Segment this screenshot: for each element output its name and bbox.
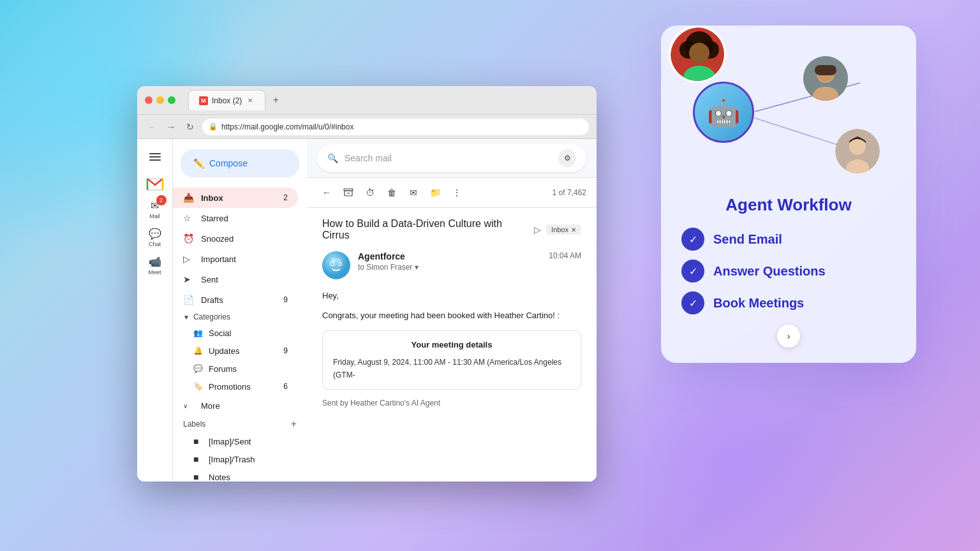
check-icon-book-meetings: ✓ (681, 291, 704, 314)
label-imap-trash-text: [Imap]/Trash (209, 455, 255, 464)
avatar-person-2 (835, 129, 880, 173)
workflow-item-send-email: ✓ Send Email (681, 228, 896, 251)
sidebar-item-drafts[interactable]: 📄 Drafts 9 (173, 290, 298, 310)
email-subject: How to Build a Data-Driven Culture with … (322, 218, 529, 241)
search-box[interactable]: 🔍 Search mail ⚙ (317, 144, 586, 172)
email-content: How to Build a Data-Driven Culture with … (307, 208, 597, 481)
meeting-time: Friday, August 9, 2024, 11:00 AM - 11:30… (333, 356, 570, 381)
workflow-label-book-meetings: Book Meetings (713, 296, 804, 311)
email-toolbar: ← ⏱ 🗑 ✉ 📁 ⋮ 1 of 7,462 (307, 178, 597, 208)
sidebar-item-inbox[interactable]: 📥 Inbox 2 (173, 187, 298, 208)
delete-button[interactable]: 🗑 (382, 183, 401, 202)
agent-workflow-title: Agent Workflow (681, 195, 896, 215)
label-imap-sent-text: [Imap]/Sent (209, 437, 251, 446)
sidebar-icon-mail[interactable]: ✉ 2 Mail (142, 196, 168, 222)
drafts-count: 9 (283, 295, 288, 304)
archive-icon (343, 187, 353, 198)
label-icon-1: ■ (193, 436, 204, 446)
mark-button[interactable]: ✉ (404, 183, 423, 202)
search-icon: 🔍 (327, 153, 338, 163)
inbox-count: 2 (283, 193, 288, 202)
inbox-badge: Inbox ✕ (546, 224, 581, 235)
mail-icon-label: Mail (149, 213, 160, 219)
tab-close-button[interactable]: ✕ (246, 96, 255, 105)
close-dot[interactable] (145, 96, 152, 104)
sidebar-item-promotions[interactable]: 🏷️ Promotions 6 (173, 378, 298, 395)
starred-icon: ☆ (183, 213, 195, 223)
sidebar-updates-label: Updates (209, 346, 278, 356)
promotions-count: 6 (283, 382, 288, 391)
more-button[interactable]: ⋮ (447, 183, 466, 202)
sidebar-social-label: Social (209, 328, 231, 338)
meeting-details-title: Your meeting details (333, 339, 570, 352)
email-subject-row: How to Build a Data-Driven Culture with … (322, 218, 581, 241)
back-to-list-button[interactable]: ← (317, 183, 336, 202)
minimize-dot[interactable] (156, 96, 164, 104)
updates-icon: 🔔 (193, 346, 204, 355)
label-icon-3: ■ (193, 472, 204, 481)
important-icon: ▷ (183, 254, 195, 264)
sidebar-item-social[interactable]: 👥 Social (173, 324, 298, 342)
new-tab-button[interactable]: + (268, 92, 283, 108)
chevron-right-icon: › (787, 331, 791, 341)
workflow-label-answer-questions: Answer Questions (713, 264, 826, 279)
meet-icon: 📹 (149, 256, 161, 268)
card-next-button[interactable]: › (777, 325, 800, 348)
archive-button[interactable] (339, 183, 358, 202)
label-imap-sent[interactable]: ■ [Imap]/Sent (173, 432, 298, 450)
svg-point-7 (339, 263, 341, 265)
snoozed-icon: ⏰ (183, 233, 195, 244)
chat-icon: 💬 (149, 228, 161, 240)
more-categories-icon: ∨ (183, 402, 195, 409)
gmail-content: 🔍 Search mail ⚙ ← ⏱ 🗑 ✉ 📁 (307, 139, 597, 481)
sidebar-item-snoozed[interactable]: ⏰ Snoozed (173, 228, 298, 249)
compose-button[interactable]: ✏️ Compose (181, 149, 299, 177)
workflow-items: ✓ Send Email ✓ Answer Questions ✓ Book M… (681, 228, 896, 314)
gmail-layout: ✉ 2 Mail 💬 Chat 📹 Meet ✏️ Compose 📥 Inbo… (137, 139, 597, 481)
forward-button[interactable]: → (164, 120, 178, 134)
workflow-item-book-meetings: ✓ Book Meetings (681, 291, 896, 314)
add-label-button[interactable]: + (291, 418, 297, 430)
sidebar-icon-meet[interactable]: 📹 Meet (142, 253, 168, 278)
label-notes[interactable]: ■ Notes (173, 468, 298, 481)
sidebar-item-more-categories[interactable]: ∨ More (173, 395, 298, 416)
email-time: 10:04 AM (549, 251, 581, 260)
agent-network-diagram: 🤖 (681, 45, 896, 185)
importance-icon: ▷ (534, 224, 541, 235)
check-icon-send-email: ✓ (681, 228, 704, 251)
meeting-details-box: Your meeting details Friday, August 9, 2… (322, 330, 581, 390)
sidebar-item-updates[interactable]: 🔔 Updates 9 (173, 342, 298, 360)
gmail-tab[interactable]: M Inbox (2) ✕ (188, 90, 265, 110)
compose-icon: ✏️ (193, 158, 204, 168)
inbox-badge-close[interactable]: ✕ (571, 226, 576, 233)
gmail-main-sidebar: ✏️ Compose 📥 Inbox 2 ☆ Starred ⏰ Snoozed… (173, 139, 307, 481)
sidebar-item-starred[interactable]: ☆ Starred (173, 208, 298, 228)
inbox-icon: 📥 (183, 193, 195, 203)
sender-dropdown-icon[interactable]: ▾ (415, 263, 419, 272)
snooze-button[interactable]: 📁 (426, 183, 445, 202)
sidebar-important-label: Important (201, 254, 288, 264)
search-filter-button[interactable]: ⚙ (558, 149, 576, 167)
sidebar-item-forums[interactable]: 💬 Forums (173, 360, 298, 378)
gmail-logo (146, 177, 164, 191)
sidebar-item-important[interactable]: ▷ Important (173, 249, 298, 269)
search-input[interactable]: Search mail (345, 153, 552, 163)
hamburger-menu[interactable] (142, 144, 168, 170)
label-imap-trash[interactable]: ■ [Imap]/Trash (173, 450, 298, 468)
categories-header[interactable]: ▼ Categories (173, 310, 307, 324)
refresh-button[interactable]: ↻ (183, 120, 197, 134)
categories-label: Categories (193, 312, 230, 321)
drafts-icon: 📄 (183, 295, 195, 305)
agent-workflow-card: 🤖 (661, 26, 916, 363)
lock-icon: 🔒 (209, 122, 218, 131)
back-button[interactable]: ← (145, 120, 159, 134)
maximize-dot[interactable] (168, 96, 175, 104)
avatar-person-3 (669, 26, 726, 83)
sidebar-item-sent[interactable]: ➤ Sent (173, 269, 298, 290)
sidebar-promotions-label: Promotions (209, 382, 278, 392)
email-greeting: Hey, (322, 290, 581, 303)
spam-button[interactable]: ⏱ (360, 183, 380, 202)
sidebar-icon-chat[interactable]: 💬 Chat (142, 224, 168, 250)
workflow-item-answer-questions: ✓ Answer Questions (681, 260, 896, 283)
address-bar[interactable]: 🔒 https://mail.google.com/mail/u/0/#inbo… (202, 119, 589, 135)
